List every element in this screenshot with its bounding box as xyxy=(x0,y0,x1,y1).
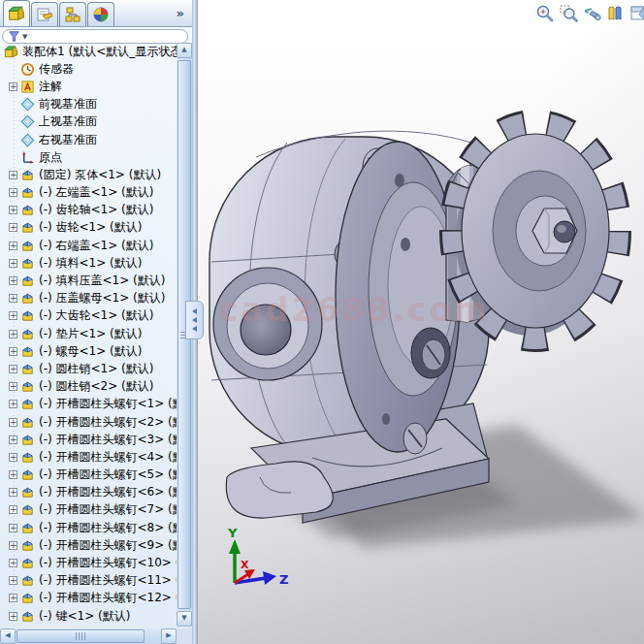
view-orientation-icon[interactable] xyxy=(628,4,644,23)
tree-item[interactable]: +(-) 开槽圆柱头螺钉<7> (默认) xyxy=(0,501,177,519)
previous-view-icon[interactable] xyxy=(582,4,601,23)
expand-toggle[interactable]: + xyxy=(9,488,17,497)
tree-item[interactable]: +原点 xyxy=(0,148,177,166)
configurationmanager-tab[interactable] xyxy=(59,2,86,26)
expand-toggle[interactable]: + xyxy=(9,418,17,427)
expand-toggle[interactable]: + xyxy=(9,311,17,320)
expand-toggle[interactable]: + xyxy=(9,330,17,338)
end-cover-flange[interactable] xyxy=(336,142,460,454)
tree-item[interactable]: +(-) 齿轮轴<1> (默认) xyxy=(0,202,177,219)
tab-overflow-chevron[interactable]: » xyxy=(177,6,184,20)
expand-toggle[interactable]: + xyxy=(9,612,17,621)
tree-item[interactable]: +(-) 开槽圆柱头螺钉<9> (默认) xyxy=(0,536,177,554)
expand-toggle[interactable]: + xyxy=(9,382,17,391)
tree-item-label: 上视基准面 xyxy=(39,113,97,130)
zoom-to-area-icon[interactable] xyxy=(559,4,578,23)
expand-toggle[interactable]: + xyxy=(9,470,17,479)
origin-icon xyxy=(20,150,35,165)
part-icon xyxy=(20,556,35,570)
assembly-icon xyxy=(4,45,18,59)
expand-toggle[interactable]: + xyxy=(9,171,17,179)
tree-item[interactable]: +(-) 开槽圆柱头螺钉<10> (默认) xyxy=(0,554,177,571)
tree-item[interactable]: +上视基准面 xyxy=(0,113,177,131)
expand-toggle[interactable]: + xyxy=(9,400,17,408)
featuremanager-tab[interactable] xyxy=(3,0,30,26)
expand-toggle[interactable]: + xyxy=(9,347,17,356)
displaymanager-tab[interactable] xyxy=(87,2,114,26)
expand-toggle[interactable]: + xyxy=(9,453,17,462)
tree-item[interactable]: +(-) 右端盖<1> (默认) xyxy=(0,237,177,254)
expand-toggle[interactable]: + xyxy=(9,242,17,250)
collapse-arrow-icon xyxy=(192,308,197,314)
tree-item-label: (-) 开槽圆柱头螺钉<5> (默认) xyxy=(39,467,177,483)
tree-root-assembly[interactable]: 装配体1 (默认<默认_显示状态 xyxy=(0,43,177,60)
annotations-icon xyxy=(20,80,35,94)
expand-toggle[interactable]: + xyxy=(9,541,17,550)
expand-toggle[interactable]: + xyxy=(9,206,17,214)
tree-item-label: (-) 开槽圆柱头螺钉<8> (默认) xyxy=(39,520,177,536)
part-icon xyxy=(20,538,35,553)
filter-bar[interactable]: ▼ xyxy=(2,29,188,44)
tree-item[interactable]: +(-) 开槽圆柱头螺钉<2> (默认) xyxy=(0,413,177,431)
zoom-in-out-icon[interactable] xyxy=(535,4,555,23)
filter-caret-icon[interactable]: ▼ xyxy=(22,33,27,41)
tree-item[interactable]: +(-) 键<1> (默认) xyxy=(0,607,177,625)
scroll-up-button[interactable]: ▲ xyxy=(177,43,192,58)
scroll-right-button[interactable]: ▶ xyxy=(161,628,177,644)
expand-toggle[interactable]: + xyxy=(9,524,17,532)
graphics-viewport[interactable]: Y Z X cad2688.com xyxy=(198,0,644,644)
tree-item[interactable]: +(-) 开槽圆柱头螺钉<8> (默认) xyxy=(0,519,177,536)
tree-item[interactable]: +(-) 开槽圆柱头螺钉<6> (默认) xyxy=(0,484,177,501)
panel-collapse-tab[interactable] xyxy=(185,301,204,339)
scroll-left-button[interactable]: ◀ xyxy=(0,628,16,644)
part-icon xyxy=(20,591,35,605)
part-icon xyxy=(20,502,35,517)
expand-toggle[interactable]: + xyxy=(9,294,17,303)
tree-item[interactable]: +(-) 圆柱销<2> (默认) xyxy=(0,378,177,396)
scroll-down-button[interactable]: ▼ xyxy=(177,611,192,627)
expand-toggle[interactable]: + xyxy=(9,276,17,285)
tree-item[interactable]: +前视基准面 xyxy=(0,96,177,113)
tree-item[interactable]: +注解 xyxy=(0,78,177,95)
tree-item[interactable]: +(-) 开槽圆柱头螺钉<11> (默认) xyxy=(0,572,177,590)
expand-toggle[interactable]: + xyxy=(9,188,17,197)
tree-item[interactable]: +(-) 填料<1> (默认) xyxy=(0,254,177,272)
tree-item[interactable]: +右视基准面 xyxy=(0,131,177,148)
tree-item[interactable]: +(-) 填料压盖<1> (默认) xyxy=(0,272,177,289)
part-icon xyxy=(20,203,35,217)
tree-item[interactable]: +(-) 垫片<1> (默认) xyxy=(0,325,177,342)
tree-item[interactable]: +(-) 压盖螺母<1> (默认) xyxy=(0,290,177,307)
expand-toggle[interactable]: + xyxy=(9,505,17,514)
tree-item-label: (-) 压盖螺母<1> (默认) xyxy=(39,290,165,306)
tree-item[interactable]: +(固定) 泵体<1> (默认) xyxy=(0,166,177,183)
triad-y-label: Y xyxy=(227,526,238,540)
section-view-icon[interactable] xyxy=(605,4,625,23)
tree-item[interactable]: +(-) 齿轮<1> (默认) xyxy=(0,219,177,237)
large-gear[interactable] xyxy=(454,124,617,338)
expand-toggle[interactable]: + xyxy=(9,223,17,232)
expand-toggle[interactable]: + xyxy=(9,365,17,373)
expand-toggle[interactable]: + xyxy=(9,259,17,268)
tree-item[interactable]: +(-) 开槽圆柱头螺钉<4> (默认) xyxy=(0,448,177,466)
tree-item[interactable]: +传感器 xyxy=(0,60,177,78)
expand-toggle[interactable]: + xyxy=(9,594,17,602)
tree-item[interactable]: +(-) 开槽圆柱头螺钉<5> (默认) xyxy=(0,467,177,484)
expand-toggle[interactable]: + xyxy=(9,559,17,567)
tree-item[interactable]: +(-) 大齿轮<1> (默认) xyxy=(0,307,177,325)
expand-toggle[interactable]: + xyxy=(9,576,17,585)
tree-item[interactable]: +(-) 左端盖<1> (默认) xyxy=(0,184,177,202)
feature-tree: 装配体1 (默认<默认_显示状态 +传感器+注解+前视基准面+上视基准面+右视基… xyxy=(0,43,177,627)
orientation-triad: Y Z X xyxy=(227,526,288,587)
tree-item-label: (-) 开槽圆柱头螺钉<2> (默认) xyxy=(39,414,177,431)
tree-horizontal-scrollbar[interactable]: ◀ ▶ xyxy=(0,628,177,644)
tree-item[interactable]: +(-) 螺母<1> (默认) xyxy=(0,342,177,360)
propertymanager-tab[interactable] xyxy=(31,2,58,26)
expand-toggle[interactable]: + xyxy=(9,435,17,444)
tree-item[interactable]: +(-) 圆柱销<1> (默认) xyxy=(0,360,177,377)
tree-item[interactable]: +(-) 开槽圆柱头螺钉<1> (默认) xyxy=(0,396,177,413)
horizontal-scroll-thumb[interactable] xyxy=(16,629,145,643)
expand-toggle[interactable]: + xyxy=(9,82,17,91)
tree-item[interactable]: +(-) 开槽圆柱头螺钉<3> (默认) xyxy=(0,431,177,448)
tree-item[interactable]: +(-) 开槽圆柱头螺钉<12> (默认) xyxy=(0,590,177,607)
tree-item-label: (-) 左端盖<1> (默认) xyxy=(39,184,153,201)
